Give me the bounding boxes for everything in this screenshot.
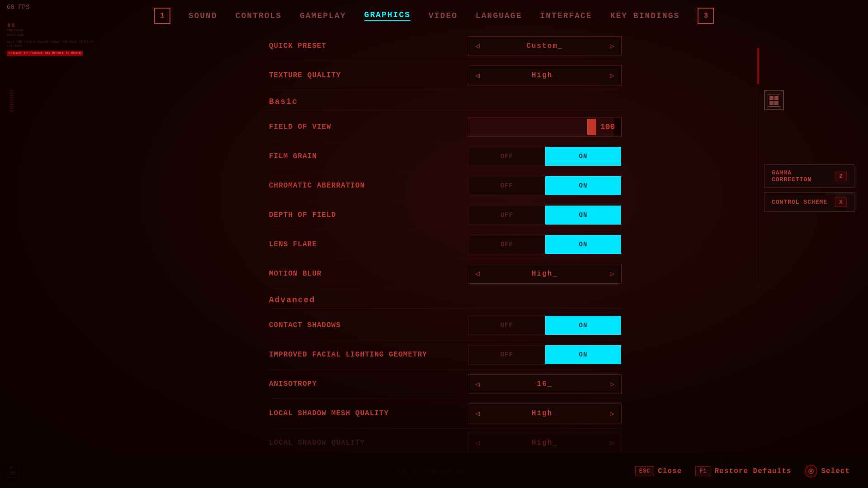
shadow-quality-arrow-right[interactable]	[603, 438, 621, 447]
motion-blur-arrow-right[interactable]	[603, 269, 621, 278]
facial-lighting-off: OFF	[468, 345, 545, 364]
facial-lighting-label: Improved Facial Lighting Geometry	[269, 351, 427, 359]
fov-label: Field of View	[269, 123, 405, 131]
setting-row-shadow-mesh: Local Shadow Mesh Quality High	[269, 399, 622, 428]
section-basic: Basic	[269, 90, 622, 110]
shadow-mesh-arrow-right[interactable]	[603, 409, 621, 418]
motion-blur-label: Motion Blur	[269, 270, 405, 278]
nav-item-controls[interactable]: CONTROLS	[236, 11, 282, 20]
texture-arrow-left[interactable]	[468, 71, 486, 80]
preset-selector[interactable]: Custom	[468, 36, 622, 56]
dof-label: Depth of Field	[269, 211, 405, 219]
dot-3	[769, 101, 774, 105]
setting-row-fov: Field of View 100	[269, 113, 622, 142]
texture-selector[interactable]: High	[468, 66, 622, 85]
side-decoration-left	[10, 90, 14, 271]
side-line	[10, 93, 14, 94]
nav-item-video[interactable]: VIDEO	[429, 11, 458, 20]
motion-blur-selector[interactable]: High	[468, 264, 622, 284]
bottom-bar: ESC Close F1 Restore Defaults Select	[0, 454, 868, 488]
select-action: Select	[805, 465, 850, 478]
preset-label: Quick Preset	[269, 42, 405, 50]
anisotropy-arrow-right[interactable]	[603, 380, 621, 389]
nav-item-sound[interactable]: SOUND	[189, 11, 217, 20]
anisotropy-selector[interactable]: 16	[468, 374, 622, 394]
texture-value: High	[486, 71, 604, 80]
motion-blur-arrow-left[interactable]	[468, 269, 486, 278]
setting-row-contact-shadows: Contact Shadows OFF ON	[269, 311, 622, 340]
nav-badge-left: 1	[154, 8, 170, 24]
gamma-label: GAMMA CORRECTION	[772, 169, 830, 183]
nav-badge-right: 3	[698, 8, 714, 24]
preset-arrow-right[interactable]	[603, 42, 621, 51]
shadow-quality-value: High	[486, 439, 604, 447]
film-grain-toggle[interactable]: OFF ON	[468, 146, 622, 166]
control-scheme-label: CONTROL SCHEME	[772, 199, 827, 206]
left-highlight: FAILURE TO OBSERVE MAY RESULT IN DEATH	[7, 51, 83, 56]
setting-row-lens-flare: Lens Flare OFF ON	[269, 230, 622, 259]
lens-flare-toggle[interactable]: OFF ON	[468, 235, 622, 254]
top-navigation: 1 SOUND CONTROLS GAMEPLAY GRAPHICS VIDEO…	[0, 0, 868, 32]
nav-item-language[interactable]: LANGUAGE	[476, 11, 522, 20]
chromatic-on: ON	[545, 176, 621, 195]
texture-arrow-right[interactable]	[603, 71, 621, 80]
nav-item-gameplay[interactable]: GAMEPLAY	[300, 11, 346, 20]
shadow-mesh-selector[interactable]: High	[468, 404, 622, 423]
dof-toggle[interactable]: OFF ON	[468, 205, 622, 225]
side-line	[10, 104, 14, 105]
dot-1	[769, 96, 774, 100]
contact-shadows-toggle[interactable]: OFF ON	[468, 315, 622, 335]
fov-value: 100	[594, 117, 621, 136]
shadow-quality-selector[interactable]: High	[468, 433, 622, 452]
setting-row-motion-blur: Motion Blur High	[269, 259, 622, 289]
shadow-quality-label: Local Shadow Quality	[269, 439, 405, 447]
dof-on: ON	[545, 206, 621, 225]
section-advanced: Advanced	[269, 289, 622, 309]
setting-row-shadow-quality: Local Shadow Quality High	[269, 428, 622, 452]
shadow-mesh-label: Local Shadow Mesh Quality	[269, 409, 405, 418]
dof-off: OFF	[468, 206, 545, 225]
close-action: ESC Close	[635, 466, 682, 476]
side-line	[10, 108, 14, 109]
right-box-inner	[768, 94, 780, 107]
settings-container: Quick Preset Custom Texture Quality High…	[269, 32, 622, 452]
close-key: ESC	[635, 466, 655, 476]
setting-row-chromatic: Chromatic Aberration OFF ON	[269, 171, 622, 201]
anisotropy-label: Anisotropy	[269, 380, 405, 388]
shadow-quality-arrow-left[interactable]	[468, 438, 486, 447]
shadow-mesh-arrow-left[interactable]	[468, 409, 486, 418]
side-line	[10, 97, 14, 98]
anisotropy-value: 16	[486, 380, 604, 388]
film-grain-label: Film Grain	[269, 152, 405, 160]
facial-lighting-on: ON	[545, 345, 621, 364]
chromatic-off: OFF	[468, 176, 545, 195]
control-scheme-button[interactable]: CONTROL SCHEME X	[764, 192, 854, 212]
fov-slider[interactable]: 100	[468, 117, 622, 137]
contact-shadows-off: OFF	[468, 316, 545, 335]
chromatic-toggle[interactable]: OFF ON	[468, 176, 622, 196]
preset-arrow-left[interactable]	[468, 42, 486, 51]
side-line	[10, 102, 14, 103]
lens-flare-label: Lens Flare	[269, 240, 405, 249]
restore-key: F1	[695, 466, 711, 476]
film-grain-off: OFF	[468, 147, 545, 166]
dot-4	[774, 101, 778, 105]
side-line	[10, 90, 14, 91]
nav-item-graphics[interactable]: GRAPHICS	[364, 10, 410, 21]
nav-item-keybindings[interactable]: KEY BINDINGS	[610, 11, 680, 20]
right-panel: GAMMA CORRECTION Z CONTROL SCHEME X	[764, 90, 854, 212]
restore-label: Restore Defaults	[715, 467, 792, 475]
close-label: Close	[658, 467, 682, 475]
anisotropy-arrow-left[interactable]	[468, 380, 486, 389]
chromatic-label: Chromatic Aberration	[269, 182, 405, 190]
setting-row-texture: Texture Quality High	[269, 61, 622, 90]
nav-item-interface[interactable]: INTERFACE	[540, 11, 592, 20]
gamma-key: Z	[835, 172, 847, 181]
gamma-correction-button[interactable]: GAMMA CORRECTION Z	[764, 164, 854, 188]
side-line	[10, 95, 14, 96]
preset-value: Custom	[486, 42, 604, 50]
facial-lighting-toggle[interactable]: OFF ON	[468, 345, 622, 365]
texture-label: Texture Quality	[269, 71, 405, 80]
contact-shadows-label: Contact Shadows	[269, 321, 405, 329]
setting-row-facial-lighting: Improved Facial Lighting Geometry OFF ON	[269, 340, 622, 370]
